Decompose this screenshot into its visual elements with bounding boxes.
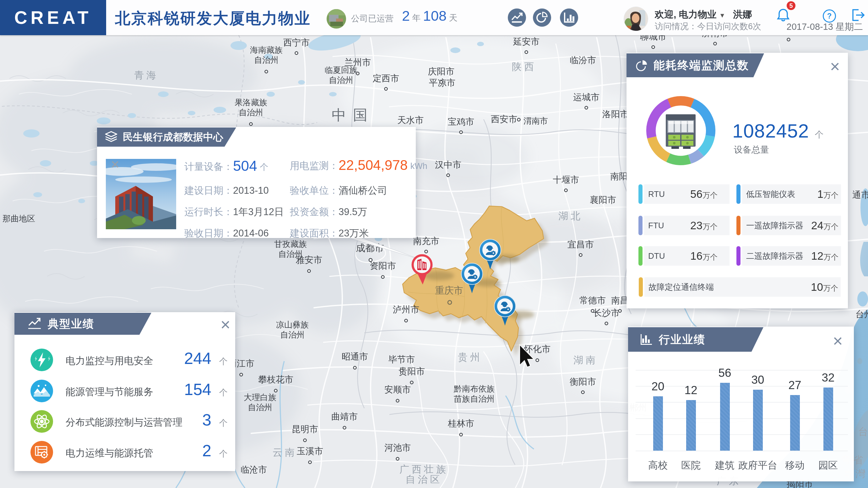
svg-text:运城市: 运城市 [573, 92, 599, 102]
svg-text:自治州: 自治州 [254, 55, 279, 65]
svg-text:天水市: 天水市 [397, 115, 424, 125]
svg-text:临汾市: 临汾市 [570, 55, 596, 65]
svg-text:定西市: 定西市 [373, 73, 399, 83]
svg-text:攀枝花市: 攀枝花市 [258, 375, 293, 385]
svg-text:昭通市: 昭通市 [342, 352, 368, 361]
svg-text:台州: 台州 [856, 309, 868, 319]
svg-text:襄阳市: 襄阳市 [590, 195, 616, 205]
svg-text:云南: 云南 [273, 447, 297, 458]
svg-text:十堰市: 十堰市 [553, 175, 579, 185]
svg-text:西宁市: 西宁市 [283, 38, 310, 48]
svg-text:自治区: 自治区 [406, 474, 442, 485]
svg-text:安顺市: 安顺市 [384, 385, 411, 394]
svg-text:常德市: 常德市 [580, 296, 606, 305]
svg-text:临夏回族: 临夏回族 [325, 65, 358, 75]
svg-text:曲靖市: 曲靖市 [331, 412, 358, 421]
svg-text:海南藏族: 海南藏族 [250, 45, 283, 55]
svg-text:台: 台 [858, 426, 868, 437]
svg-text:那曲地区: 那曲地区 [2, 214, 35, 223]
svg-text:果洛藏族: 果洛藏族 [235, 98, 267, 107]
svg-text:怀化市: 怀化市 [524, 344, 551, 354]
svg-text:桂林市: 桂林市 [448, 419, 474, 428]
svg-text:广西壮族: 广西壮族 [399, 464, 448, 475]
svg-text:湖南: 湖南 [574, 355, 598, 366]
svg-text:昆明市: 昆明市 [292, 424, 318, 434]
svg-text:黔南布依族: 黔南布依族 [454, 384, 495, 394]
svg-text:延安市: 延安市 [513, 37, 539, 47]
svg-text:河池市: 河池市 [384, 443, 411, 453]
svg-text:陕西: 陕西 [512, 61, 536, 72]
svg-text:南充市: 南充市 [413, 236, 439, 246]
svg-text:汉中市: 汉中市 [435, 160, 461, 170]
svg-text:湖北: 湖北 [558, 210, 583, 221]
svg-text:自治州: 自治州 [329, 75, 353, 85]
svg-text:宜昌市: 宜昌市 [567, 240, 594, 249]
svg-text:毕节市: 毕节市 [389, 355, 415, 364]
svg-text:渭南市: 渭南市 [524, 116, 548, 126]
svg-text:通市: 通市 [852, 190, 868, 200]
svg-text:资阳市: 资阳市 [370, 261, 396, 271]
svg-text:大理白族: 大理白族 [244, 393, 276, 402]
svg-text:自治州: 自治州 [239, 108, 263, 117]
svg-text:自治州: 自治州 [278, 249, 303, 259]
svg-text:苗族自治州: 苗族自治州 [454, 394, 495, 403]
svg-text:重庆市: 重庆市 [435, 285, 463, 296]
svg-text:玉溪市: 玉溪市 [297, 446, 323, 456]
svg-text:中国: 中国 [332, 107, 374, 123]
svg-text:衡阳市: 衡阳市 [570, 377, 596, 387]
svg-text:西安市: 西安市 [491, 114, 517, 124]
svg-text:临沧市: 临沧市 [241, 465, 267, 475]
svg-text:长沙市: 长沙市 [593, 308, 620, 318]
svg-text:自治州: 自治州 [280, 330, 305, 339]
svg-text:洛阳市: 洛阳市 [602, 109, 629, 119]
svg-text:凉山彝族: 凉山彝族 [276, 320, 309, 329]
svg-text:庆阳市: 庆阳市 [428, 67, 455, 76]
svg-text:青海: 青海 [134, 70, 159, 81]
svg-text:贵州: 贵州 [458, 352, 483, 363]
svg-text:宝鸡市: 宝鸡市 [448, 117, 474, 127]
svg-text:自治州: 自治州 [248, 403, 272, 412]
svg-text:甘孜藏族: 甘孜藏族 [274, 239, 307, 249]
svg-text:泸州市: 泸州市 [393, 305, 419, 314]
